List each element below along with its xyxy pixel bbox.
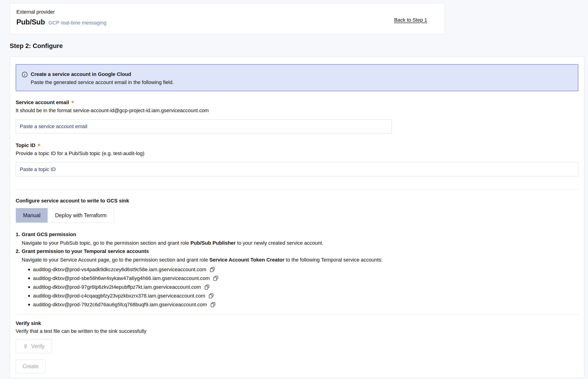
topic-id-helper: Provide a topic ID for a Pub/Sub topic (… <box>16 150 578 157</box>
service-account-email-label-row: Service account email <box>16 99 578 106</box>
service-account-row: auditlog-dktxv@prod-97gr6tp6zkv2t4epubff… <box>16 283 578 292</box>
step-grant-gcs-permission: 1. Grant GCS permission Navigate to your… <box>16 232 578 246</box>
copy-icon[interactable] <box>204 284 210 290</box>
section-divider <box>16 314 578 314</box>
configure-card: Create a service account in Google Cloud… <box>10 57 584 378</box>
section-divider <box>16 189 578 189</box>
service-account-email: auditlog-dktxv@prod-97gr6tp6zkv2t4epubff… <box>33 284 201 290</box>
manual-steps: 1. Grant GCS permission Navigate to your… <box>16 232 578 263</box>
back-to-step-1-link[interactable]: Back to Step 1 <box>394 17 427 23</box>
info-banner-text: Create a service account in Google Cloud… <box>31 71 174 85</box>
verify-sink-description: Verify that a test file can be written t… <box>16 328 578 334</box>
external-provider-card: External provider Pub/Sub GCP real-time … <box>10 3 445 34</box>
step-body: Navigate to your Service Account page, g… <box>22 257 578 263</box>
topic-id-label: Topic ID <box>16 142 35 148</box>
service-account-row: auditlog-dktxv@prod-79z2c6d76au6g5fcq768… <box>16 300 578 309</box>
topic-id-label-row: Topic ID <box>16 142 578 148</box>
info-banner-description: Paste the generated service account emai… <box>31 79 174 85</box>
verify-sink-heading: Verify sink <box>16 320 578 326</box>
step-number: 1. <box>16 232 22 237</box>
copy-icon[interactable] <box>208 293 214 299</box>
copy-icon[interactable] <box>210 267 215 273</box>
bullet-dot <box>28 286 30 288</box>
bullet-dot <box>28 295 30 297</box>
provider-name: Pub/Sub <box>16 18 45 26</box>
service-account-email-helper: It should be in the format service-accou… <box>16 108 578 113</box>
configure-section-heading: Configure service account to write to GC… <box>16 198 578 204</box>
info-icon <box>22 72 28 79</box>
create-button[interactable]: Create <box>16 360 46 373</box>
provider-name-row: Pub/Sub GCP real-time messaging <box>16 18 438 26</box>
bullet-dot <box>28 269 30 270</box>
create-button-label: Create <box>23 363 39 370</box>
tab-deploy-with-terraform[interactable]: Deploy with Terraform <box>47 208 113 222</box>
required-indicator-dot <box>72 101 74 103</box>
required-indicator-dot <box>38 144 40 146</box>
lightning-bolt-icon <box>23 344 28 349</box>
service-account-row: auditlog-dktxv@prod-vs4padk9dkczcey6d6st… <box>16 265 578 274</box>
step-title: Grant GCS permission <box>22 232 76 237</box>
page-title: Step 2: Configure <box>10 42 63 50</box>
service-account-row: auditlog-dktxv@prod-c4cqaqgbfzy23vpzkbxz… <box>16 292 578 300</box>
service-account-email: auditlog-dktxv@prod-vs4padk9dkczcey6d6st… <box>33 267 206 273</box>
service-account-email: auditlog-dktxv@prod-79z2c6d76au6g5fcq768… <box>33 302 207 308</box>
step-body: Navigate to your PubSub topic, go to the… <box>22 240 578 246</box>
info-banner-title: Create a service account in Google Cloud <box>31 71 174 77</box>
service-account-email: auditlog-dktxv@prod-sbe56h6wr4sykaw47a6y… <box>33 275 210 281</box>
service-account-row: auditlog-dktxv@prod-sbe56h6wr4sykaw47a6y… <box>16 274 578 283</box>
bullet-dot <box>28 277 30 279</box>
service-account-list: auditlog-dktxv@prod-vs4padk9dkczcey6d6st… <box>16 265 578 309</box>
step-title: Grant permission to your Temporal servic… <box>22 248 149 254</box>
verify-button[interactable]: Verify <box>16 339 52 353</box>
info-banner: Create a service account in Google Cloud… <box>16 64 578 91</box>
copy-icon[interactable] <box>213 275 218 281</box>
step-number: 2. <box>16 248 22 254</box>
external-provider-label: External provider <box>16 9 438 15</box>
step-grant-temporal-permission: 2. Grant permission to your Temporal ser… <box>16 248 578 263</box>
copy-icon[interactable] <box>210 302 216 308</box>
provider-subtitle: GCP real-time messaging <box>48 20 106 26</box>
service-account-email-input[interactable] <box>16 119 392 133</box>
service-account-email-label: Service account email <box>16 99 69 106</box>
configure-tabs: Manual Deploy with Terraform <box>16 208 114 223</box>
service-account-email: auditlog-dktxv@prod-c4cqaqgbfzy23vpzkbxz… <box>33 293 205 299</box>
topic-id-input[interactable] <box>16 162 578 176</box>
bullet-dot <box>28 304 30 306</box>
tab-manual[interactable]: Manual <box>16 208 47 222</box>
verify-button-label: Verify <box>31 343 45 349</box>
